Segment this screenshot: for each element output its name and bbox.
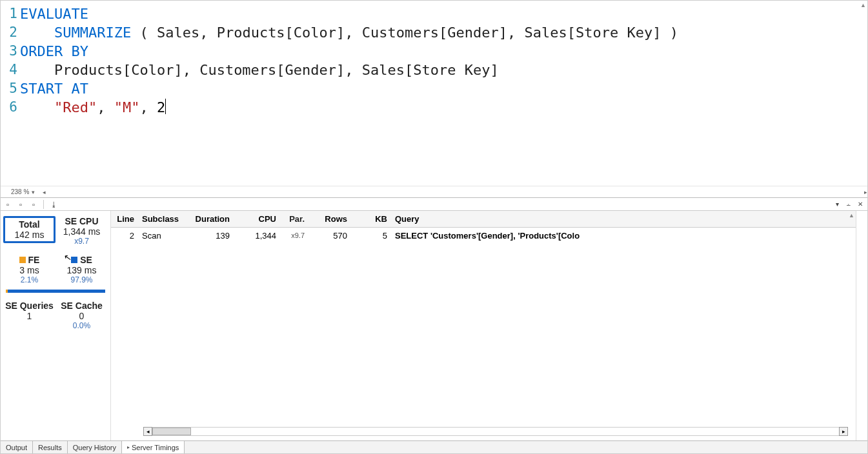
col-header-par[interactable]: Par. xyxy=(280,214,308,224)
editor-zoom-level[interactable]: 238 % xyxy=(11,188,29,195)
secpu-parallelism: x9.7 xyxy=(56,237,108,246)
code-line[interactable]: 2 SUMMARIZE ( Sales, Products[Color], Cu… xyxy=(1,23,867,42)
code-line[interactable]: 3ORDER BY xyxy=(1,42,867,61)
line-number: 4 xyxy=(1,61,20,79)
server-timings-table: ▲ Line Subclass Duration CPU Par. Rows K… xyxy=(110,211,856,440)
secache-percent: 0.0% xyxy=(56,321,108,330)
cell-par: x9.7 xyxy=(280,232,308,239)
line-number: 5 xyxy=(1,79,20,98)
secpu-value: 1,344 ms xyxy=(56,226,108,237)
cell-rows: 570 xyxy=(308,231,351,241)
bottom-tab-bar: Output Results Query History ▸Server Tim… xyxy=(1,440,867,453)
tab-server-timings[interactable]: ▸Server Timings xyxy=(122,441,185,453)
fe-se-ratio-bar xyxy=(6,290,105,293)
col-header-query[interactable]: Query xyxy=(391,214,856,224)
tab-query-history[interactable]: Query History xyxy=(68,441,122,453)
cell-query: SELECT 'Customers'[Gender], 'Products'[C… xyxy=(391,231,856,241)
editor-hscroll-left-icon[interactable]: ◂ xyxy=(43,189,46,195)
toolbar-button-2[interactable]: ▫ xyxy=(16,200,25,209)
total-value: 142 ms xyxy=(6,230,52,240)
table-row[interactable]: 2Scan1391,344x9.75705SELECT 'Customers'[… xyxy=(111,228,856,243)
total-label: Total xyxy=(6,219,52,230)
pane-pin-icon[interactable]: ⫠ xyxy=(844,200,853,209)
se-value: 139 ms xyxy=(56,265,108,275)
cell-subclass: Scan xyxy=(138,231,188,241)
fe-percent: 2.1% xyxy=(3,275,56,284)
secache-label: SE Cache xyxy=(56,301,108,311)
se-percent: 97.9% xyxy=(56,275,108,284)
sequeries-label: SE Queries xyxy=(3,301,56,311)
code-editor[interactable]: 1EVALUATE2 SUMMARIZE ( Sales, Products[C… xyxy=(1,1,867,117)
col-header-cpu[interactable]: CPU xyxy=(234,214,280,224)
total-time-highlight: Total 142 ms xyxy=(3,216,56,243)
se-bar-segment xyxy=(8,290,105,293)
code-content[interactable]: SUMMARIZE ( Sales, Products[Color], Cust… xyxy=(20,23,678,42)
code-line[interactable]: 5START AT xyxy=(1,79,867,98)
pane-menu-icon[interactable]: ▾ xyxy=(833,200,842,209)
editor-scroll-up-icon[interactable]: ▲ xyxy=(860,2,866,8)
secache-value: 0 xyxy=(56,311,108,321)
toolbar-button-3[interactable]: ▫ xyxy=(29,200,38,209)
tab-output[interactable]: Output xyxy=(1,441,33,453)
se-swatch-icon xyxy=(71,257,77,263)
line-number: 2 xyxy=(1,23,20,42)
text-cursor xyxy=(165,99,166,114)
results-hscrollbar[interactable]: ◂ ▸ xyxy=(143,426,848,437)
active-tab-icon: ▸ xyxy=(127,444,130,450)
col-header-duration[interactable]: Duration xyxy=(188,214,234,224)
se-label: SE xyxy=(56,255,108,265)
cell-line: 2 xyxy=(111,231,138,241)
col-header-subclass[interactable]: Subclass xyxy=(138,214,188,224)
hscroll-track[interactable] xyxy=(152,427,839,436)
toolbar-button-1[interactable]: ▫ xyxy=(3,200,12,209)
table-header-row: Line Subclass Duration CPU Par. Rows KB … xyxy=(111,211,856,228)
line-number: 1 xyxy=(1,5,20,23)
hscroll-left-button[interactable]: ◂ xyxy=(143,427,152,436)
hscroll-right-button[interactable]: ▸ xyxy=(839,427,848,436)
cell-duration: 139 xyxy=(188,231,234,241)
col-header-rows[interactable]: Rows xyxy=(308,214,351,224)
tab-results[interactable]: Results xyxy=(33,441,68,453)
code-content[interactable]: Products[Color], Customers[Gender], Sale… xyxy=(20,61,499,79)
timings-summary-panel: Total 142 ms SE CPU 1,344 ms x9.7 ↖ FE 3… xyxy=(1,211,110,440)
fe-label: FE xyxy=(3,255,56,265)
code-content[interactable]: "Red", "M", 2 xyxy=(20,98,166,117)
code-content[interactable]: ORDER BY xyxy=(20,42,88,61)
download-icon[interactable]: ⭳ xyxy=(49,200,58,209)
line-number: 6 xyxy=(1,98,20,117)
code-content[interactable]: EVALUATE xyxy=(20,5,88,23)
zoom-dropdown-icon[interactable]: ▾ xyxy=(32,189,35,195)
fe-value: 3 ms xyxy=(3,265,56,275)
hscroll-thumb[interactable] xyxy=(152,428,191,435)
fe-swatch-icon xyxy=(19,257,26,263)
code-line[interactable]: 6 "Red", "M", 2 xyxy=(1,98,867,117)
col-header-kb[interactable]: KB xyxy=(351,214,391,224)
cell-kb: 5 xyxy=(351,231,391,241)
editor-status-bar: 238 % ▾ ◂ ▸ xyxy=(1,186,867,197)
col-header-line[interactable]: Line xyxy=(111,214,138,224)
code-content[interactable]: START AT xyxy=(20,79,88,98)
results-scroll-up-icon[interactable]: ▲ xyxy=(849,212,854,219)
sequeries-value: 1 xyxy=(3,311,56,321)
editor-hscroll-right-icon[interactable]: ▸ xyxy=(864,189,867,195)
code-line[interactable]: 1EVALUATE xyxy=(1,5,867,23)
pane-close-icon[interactable]: ✕ xyxy=(856,200,865,209)
detail-pane-placeholder xyxy=(856,211,867,440)
cell-cpu: 1,344 xyxy=(234,231,280,241)
line-number: 3 xyxy=(1,42,20,61)
secpu-label: SE CPU xyxy=(56,216,108,226)
code-line[interactable]: 4 Products[Color], Customers[Gender], Sa… xyxy=(1,61,867,79)
code-editor-pane: ▲ 1EVALUATE2 SUMMARIZE ( Sales, Products… xyxy=(1,1,867,198)
results-toolbar: ▫ ▫ ▫ ⭳ ▾ ⫠ ✕ xyxy=(1,198,867,211)
